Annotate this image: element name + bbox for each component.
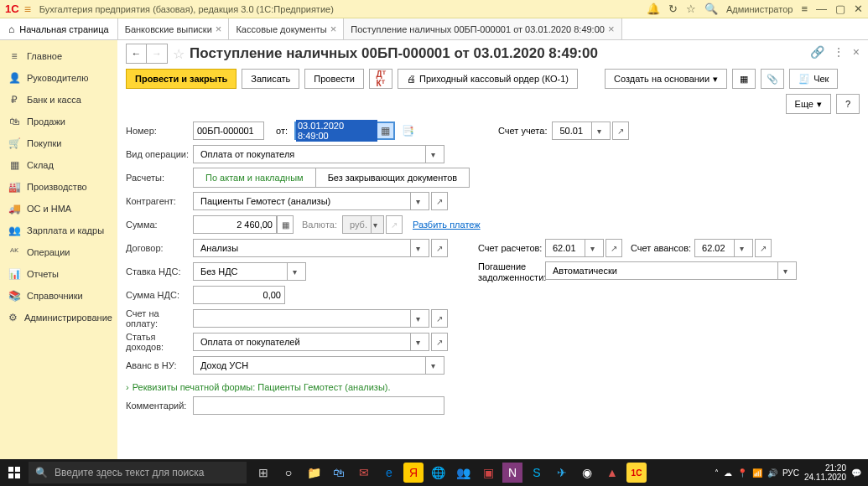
adobe-icon[interactable]: ▲ xyxy=(600,459,624,486)
sidebar-item-reports[interactable]: 📊Отчеты xyxy=(0,263,117,285)
create-based-button[interactable]: Создать на основании▾ xyxy=(605,69,727,89)
sidebar-item-operations[interactable]: ᴬᴷОперации xyxy=(0,241,117,263)
explorer-icon[interactable]: 📁 xyxy=(302,459,325,486)
star-icon[interactable]: ☆ xyxy=(686,3,696,15)
help-button[interactable]: ? xyxy=(836,94,860,114)
tab-receipt[interactable]: Поступление наличных 00БП-000001 от 03.0… xyxy=(344,18,621,39)
1c-icon[interactable]: 1C xyxy=(626,463,647,483)
vat-rate-combo[interactable]: Без НДС ▾ xyxy=(193,262,306,281)
tray-notifications-icon[interactable]: 💬 xyxy=(851,468,861,478)
check-button[interactable]: 🧾Чек xyxy=(789,69,838,89)
chevron-down-icon[interactable]: ▾ xyxy=(410,193,425,209)
income-combo[interactable]: Оплата от покупателей ▾ xyxy=(193,333,429,351)
attach-button[interactable]: 📎 xyxy=(761,69,784,89)
taskbar-search[interactable]: 🔍 Введите здесь текст для поиска xyxy=(29,462,247,483)
comment-field[interactable] xyxy=(193,396,444,415)
debt-combo[interactable]: Автоматически ▾ xyxy=(545,261,797,280)
mail-icon[interactable]: ✉ xyxy=(352,459,376,486)
number-field[interactable] xyxy=(193,122,264,140)
search-icon[interactable]: 🔍 xyxy=(704,3,718,15)
vat-sum-field[interactable] xyxy=(193,286,285,304)
chrome-icon[interactable]: 🌐 xyxy=(426,459,450,486)
calc-by-acts-button[interactable]: По актам и накладным xyxy=(193,168,316,188)
tab-cash[interactable]: Кассовые документы × xyxy=(229,18,344,39)
chevron-down-icon[interactable]: ▾ xyxy=(585,240,600,256)
payacct-combo[interactable]: ▾ xyxy=(193,309,429,328)
nav-forward-button[interactable]: → xyxy=(147,44,167,63)
post-close-button[interactable]: Провести и закрыть xyxy=(126,69,236,89)
tab-home[interactable]: ⌂ Начальная страница xyxy=(0,18,118,39)
steam-icon[interactable]: ◉ xyxy=(575,459,599,486)
link-icon[interactable]: 🔗 xyxy=(810,45,824,59)
tray-volume-icon[interactable]: 🔊 xyxy=(767,468,777,478)
user-label[interactable]: Администратор xyxy=(726,4,793,14)
save-button[interactable]: Записать xyxy=(242,69,299,89)
more-button[interactable]: Еще▾ xyxy=(786,94,831,114)
dtkt-button[interactable]: ДᵀКᵀ xyxy=(369,69,392,89)
chevron-down-icon[interactable]: ▾ xyxy=(287,263,302,280)
chevron-down-icon[interactable]: ▾ xyxy=(591,122,606,139)
people-icon[interactable]: 👥 xyxy=(451,459,475,486)
open-income-button[interactable]: ↗ xyxy=(431,333,448,351)
open-payacct-button[interactable]: ↗ xyxy=(431,309,448,328)
yandex-icon[interactable]: Я xyxy=(403,463,424,483)
minimize-icon[interactable]: — xyxy=(816,3,827,15)
menu-dots-icon[interactable]: ⋮ xyxy=(833,45,845,59)
settings-icon[interactable]: ≡ xyxy=(801,3,808,15)
open-account-button[interactable]: ↗ xyxy=(612,122,629,140)
skype-icon[interactable]: S xyxy=(525,459,548,486)
menu-icon[interactable]: ≡ xyxy=(24,3,31,16)
chevron-down-icon[interactable]: ▾ xyxy=(425,146,440,163)
calc-acct-combo[interactable]: 62.01 ▾ xyxy=(545,239,604,257)
open-contract-button[interactable]: ↗ xyxy=(431,239,448,257)
sidebar-item-references[interactable]: 📚Справочники xyxy=(0,285,117,307)
optype-combo[interactable]: Оплата от покупателя ▾ xyxy=(193,145,444,163)
open-counterparty-button[interactable]: ↗ xyxy=(431,192,448,210)
chevron-down-icon[interactable]: ▾ xyxy=(410,333,425,350)
sum-field[interactable] xyxy=(193,215,277,234)
sidebar-item-assets[interactable]: 🚚ОС и НМА xyxy=(0,198,117,220)
edge-icon[interactable]: e xyxy=(377,459,401,486)
chevron-down-icon[interactable]: ▾ xyxy=(425,357,440,374)
tab-close-icon[interactable]: × xyxy=(330,23,337,35)
open-calc-acct-button[interactable]: ↗ xyxy=(606,239,622,257)
tray-onedrive-icon[interactable]: ☁ xyxy=(724,468,732,478)
tray-chevron-icon[interactable]: ˄ xyxy=(715,468,719,478)
telegram-icon[interactable]: ✈ xyxy=(550,459,574,486)
calc-button[interactable]: ▦ xyxy=(277,215,294,234)
counterparty-combo[interactable]: Пациенты Гемотест (анализы) ▾ xyxy=(193,192,429,210)
sidebar-item-main[interactable]: ≡Главное xyxy=(0,45,117,67)
chevron-down-icon[interactable]: ▾ xyxy=(410,240,425,256)
advance-combo[interactable]: Доход УСН ▾ xyxy=(193,356,444,375)
sidebar-item-purchases[interactable]: 🛒Покупки xyxy=(0,132,117,154)
sidebar-item-warehouse[interactable]: ▦Склад xyxy=(0,154,117,176)
requisites-link[interactable]: › Реквизиты печатной формы: Пациенты Гем… xyxy=(126,379,860,396)
sidebar-item-sales[interactable]: 🛍Продажи xyxy=(0,111,117,132)
cortana-icon[interactable]: ○ xyxy=(277,459,300,486)
nav-back-button[interactable]: ← xyxy=(127,44,147,63)
favorite-icon[interactable]: ☆ xyxy=(173,46,185,62)
task-view-icon[interactable]: ⊞ xyxy=(252,459,275,486)
bell-icon[interactable]: 🔔 xyxy=(647,3,660,15)
store-icon[interactable]: 🛍 xyxy=(327,459,351,486)
print-order-button[interactable]: 🖨Приходный кассовый ордер (КО-1) xyxy=(398,69,578,89)
calc-no-docs-button[interactable]: Без закрывающих документов xyxy=(316,168,470,188)
history-icon[interactable]: ↻ xyxy=(668,3,678,15)
sidebar-item-production[interactable]: 🏭Производство xyxy=(0,176,117,198)
start-button[interactable] xyxy=(0,459,29,486)
app-icon[interactable]: ▣ xyxy=(476,459,500,486)
tab-close-icon[interactable]: × xyxy=(608,23,615,35)
sidebar-item-admin[interactable]: ⚙Администрирование xyxy=(0,307,117,328)
post-button[interactable]: Провести xyxy=(304,69,364,89)
tray-clock[interactable]: 21:20 24.11.2020 xyxy=(804,463,846,482)
chevron-down-icon[interactable]: ▾ xyxy=(777,262,793,279)
open-adv-acct-button[interactable]: ↗ xyxy=(755,239,772,257)
calendar-icon[interactable]: ▦ xyxy=(377,125,393,137)
chevron-down-icon[interactable]: ▾ xyxy=(410,310,425,327)
chevron-down-icon[interactable]: ▾ xyxy=(734,240,749,256)
sidebar-item-payroll[interactable]: 👥Зарплата и кадры xyxy=(0,220,117,241)
tab-bank[interactable]: Банковские выписки × xyxy=(118,18,230,39)
account-combo[interactable]: 50.01 ▾ xyxy=(552,122,611,140)
tray-location-icon[interactable]: 📍 xyxy=(737,468,747,478)
tab-close-icon[interactable]: × xyxy=(216,23,222,35)
